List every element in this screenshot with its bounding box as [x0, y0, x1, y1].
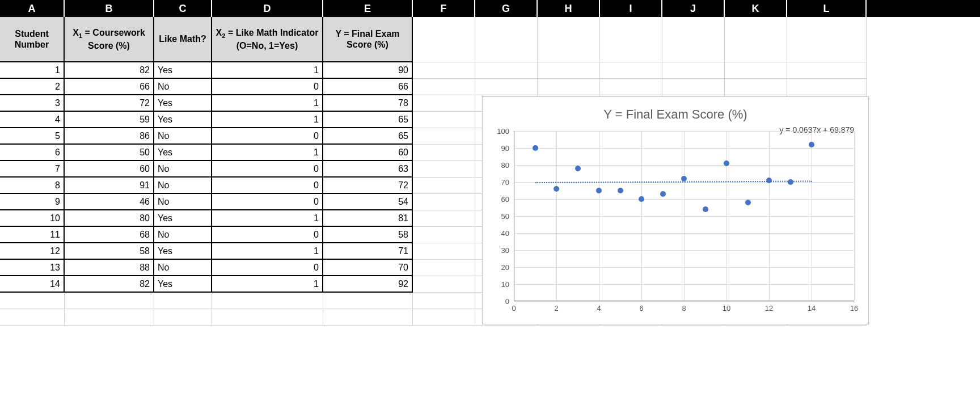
cell[interactable] [413, 309, 475, 326]
cell-blank[interactable] [413, 194, 475, 210]
cell-like-math[interactable]: No [154, 161, 212, 178]
cell-final-exam-score[interactable]: 65 [323, 128, 413, 145]
cell-final-exam-score[interactable]: 66 [323, 79, 413, 95]
cell-like-math[interactable]: Yes [154, 112, 212, 128]
cell-like-math-indicator[interactable]: 1 [212, 276, 323, 293]
cell-blank[interactable] [475, 79, 538, 95]
cell-student-number[interactable]: 6 [0, 145, 65, 161]
cell-like-math-indicator[interactable]: 1 [212, 95, 323, 112]
cell-like-math[interactable]: No [154, 128, 212, 145]
cell-blank[interactable] [413, 210, 475, 227]
cell-student-number[interactable]: 11 [0, 227, 65, 243]
cell[interactable] [323, 293, 413, 309]
cell-blank[interactable] [413, 161, 475, 178]
cell-blank[interactable] [662, 17, 725, 62]
cell-final-exam-score[interactable]: 78 [323, 95, 413, 112]
cell-student-number[interactable]: 10 [0, 210, 65, 227]
cell-coursework-score[interactable]: 50 [65, 145, 154, 161]
cell-final-exam-score[interactable]: 81 [323, 210, 413, 227]
column-header-j[interactable]: J [662, 0, 725, 17]
cell-like-math[interactable]: Yes [154, 243, 212, 260]
cell[interactable] [212, 309, 323, 326]
cell-final-exam-score[interactable]: 92 [323, 276, 413, 293]
column-header-e[interactable]: E [323, 0, 413, 17]
cell-like-math[interactable]: No [154, 194, 212, 210]
cell-student-number[interactable]: 8 [0, 178, 65, 194]
cell-like-math[interactable]: Yes [154, 276, 212, 293]
cell-blank[interactable] [413, 260, 475, 276]
cell-like-math[interactable]: No [154, 260, 212, 276]
cell-blank[interactable] [475, 62, 538, 79]
cell-blank[interactable] [662, 62, 725, 79]
column-header-h[interactable]: H [538, 0, 600, 17]
cell-student-number[interactable]: 14 [0, 276, 65, 293]
cell-student-number[interactable]: 1 [0, 62, 65, 79]
header-y-final-exam[interactable]: Y = Final Exam Score (%) [323, 17, 413, 62]
cell-student-number[interactable]: 4 [0, 112, 65, 128]
cell-blank[interactable] [413, 79, 475, 95]
cell[interactable] [65, 309, 154, 326]
cell-blank[interactable] [413, 243, 475, 260]
cell[interactable] [413, 293, 475, 309]
cell[interactable] [323, 309, 413, 326]
cell-blank[interactable] [413, 112, 475, 128]
cell-like-math-indicator[interactable]: 1 [212, 145, 323, 161]
cell-coursework-score[interactable]: 88 [65, 260, 154, 276]
cell-like-math[interactable]: Yes [154, 210, 212, 227]
cell-like-math[interactable]: No [154, 178, 212, 194]
column-header-d[interactable]: D [212, 0, 323, 17]
cell-coursework-score[interactable]: 91 [65, 178, 154, 194]
cell-final-exam-score[interactable]: 71 [323, 243, 413, 260]
cell-coursework-score[interactable]: 80 [65, 210, 154, 227]
cell-coursework-score[interactable]: 58 [65, 243, 154, 260]
cell[interactable] [154, 309, 212, 326]
cell-like-math-indicator[interactable]: 0 [212, 128, 323, 145]
cell[interactable] [0, 309, 65, 326]
cell-student-number[interactable]: 7 [0, 161, 65, 178]
cell-blank[interactable] [413, 95, 475, 112]
cell-blank[interactable] [413, 178, 475, 194]
cell-blank[interactable] [725, 79, 787, 95]
cell[interactable] [212, 293, 323, 309]
cell-student-number[interactable]: 5 [0, 128, 65, 145]
header-like-math[interactable]: Like Math? [154, 17, 212, 62]
cell-final-exam-score[interactable]: 54 [323, 194, 413, 210]
cell-blank[interactable] [600, 62, 662, 79]
cell-blank[interactable] [538, 17, 600, 62]
cell-blank[interactable] [413, 17, 475, 62]
cell-coursework-score[interactable]: 82 [65, 62, 154, 79]
chart-container[interactable]: Y = Final Exam Score (%) y = 0.0637x + 6… [482, 96, 869, 324]
cell-blank[interactable] [538, 62, 600, 79]
cell-coursework-score[interactable]: 59 [65, 112, 154, 128]
cell-like-math-indicator[interactable]: 0 [212, 227, 323, 243]
cell-like-math[interactable]: Yes [154, 62, 212, 79]
cell-blank[interactable] [725, 62, 787, 79]
cell-like-math-indicator[interactable]: 1 [212, 62, 323, 79]
column-header-i[interactable]: I [600, 0, 662, 17]
cell-blank[interactable] [413, 62, 475, 79]
cell-coursework-score[interactable]: 86 [65, 128, 154, 145]
cell-like-math-indicator[interactable]: 0 [212, 161, 323, 178]
cell-like-math[interactable]: Yes [154, 145, 212, 161]
cell-final-exam-score[interactable]: 72 [323, 178, 413, 194]
cell[interactable] [65, 293, 154, 309]
cell-like-math-indicator[interactable]: 0 [212, 79, 323, 95]
cell-like-math[interactable]: No [154, 79, 212, 95]
cell-blank[interactable] [413, 145, 475, 161]
column-header-l[interactable]: L [787, 0, 867, 17]
cell-blank[interactable] [600, 79, 662, 95]
cell-final-exam-score[interactable]: 60 [323, 145, 413, 161]
header-x2-indicator[interactable]: X2 = Like Math Indicator (O=No, 1=Yes) [212, 17, 323, 62]
cell-coursework-score[interactable]: 72 [65, 95, 154, 112]
cell-coursework-score[interactable]: 68 [65, 227, 154, 243]
cell[interactable] [154, 293, 212, 309]
cell-student-number[interactable]: 3 [0, 95, 65, 112]
cell-blank[interactable] [475, 17, 538, 62]
cell-blank[interactable] [787, 62, 867, 79]
cell-blank[interactable] [787, 79, 867, 95]
cell-student-number[interactable]: 2 [0, 79, 65, 95]
cell-student-number[interactable]: 12 [0, 243, 65, 260]
cell-like-math[interactable]: No [154, 227, 212, 243]
column-header-k[interactable]: K [725, 0, 787, 17]
cell-final-exam-score[interactable]: 90 [323, 62, 413, 79]
